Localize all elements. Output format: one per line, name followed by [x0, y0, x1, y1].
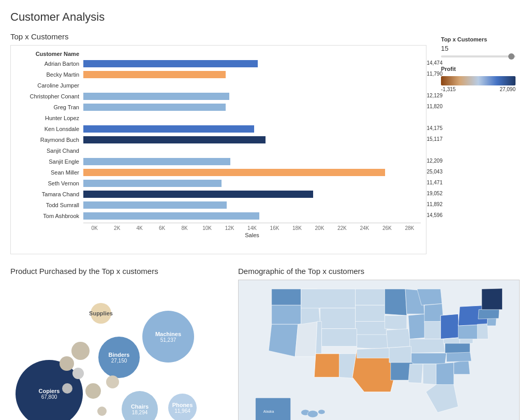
bar-row: Hunter Lopez	[16, 113, 421, 123]
bubble-label: Copiers	[39, 388, 60, 394]
profit-legend: -1,315 27,090	[441, 76, 516, 92]
bar-row: Greg Tran11,820	[16, 103, 421, 112]
svg-marker-8	[356, 305, 385, 321]
bar-track: 12,209	[83, 158, 421, 165]
svg-marker-27	[410, 339, 445, 353]
bar-value: 12,129	[426, 93, 443, 98]
bubble-value: 67,800	[41, 394, 57, 400]
svg-marker-1	[272, 289, 301, 305]
bar-fill: 12,209	[83, 158, 230, 165]
x-tick: 20K	[308, 225, 331, 231]
x-tick: 4K	[128, 225, 151, 231]
bar-value: 14,596	[426, 212, 443, 218]
bar-track: 19,052	[83, 191, 421, 198]
svg-marker-20	[386, 329, 411, 348]
bar-value: 14,175	[426, 125, 443, 131]
svg-marker-42	[477, 324, 488, 339]
x-tick: 14K	[241, 225, 263, 231]
bubble-decorative	[97, 407, 107, 416]
bubble-label: Chairs	[131, 403, 149, 410]
x-tick: 16K	[263, 225, 286, 231]
bar-label: Becky Martin	[16, 71, 83, 78]
svg-text:Alaska: Alaska	[263, 410, 274, 413]
svg-marker-7	[356, 289, 385, 305]
bubble-decorative	[60, 356, 74, 371]
bar-fill: 11,820	[83, 104, 226, 111]
svg-marker-9	[320, 308, 355, 329]
x-tick: 8K	[173, 225, 196, 231]
bar-fill: 12,129	[83, 93, 229, 100]
us-map: Alaska Mexico © OpenStreetMap contributo…	[239, 280, 519, 420]
bar-value: 12,209	[426, 158, 443, 164]
svg-marker-14	[314, 354, 341, 377]
svg-marker-10	[356, 322, 388, 336]
controls-panel: Top x Customers 15 Profit -1,315 27,090	[437, 32, 520, 254]
top-x-slider[interactable]	[441, 55, 516, 57]
bar-track: 11,790	[83, 71, 421, 78]
svg-marker-12	[357, 335, 389, 349]
bubble-copiers: Copiers67,800	[16, 360, 83, 420]
bar-label: Ken Lonsdale	[16, 126, 83, 132]
bar-track: 12,129	[83, 93, 421, 100]
svg-marker-43	[487, 318, 496, 326]
svg-marker-26	[440, 314, 460, 339]
bar-fill: 25,043	[83, 169, 385, 176]
bar-label: Sanjit Chand	[16, 148, 83, 154]
bar-row: Becky Martin11,790	[16, 70, 421, 79]
bar-label: Hunter Lopez	[16, 115, 83, 121]
svg-marker-32	[423, 364, 436, 385]
bar-fill: 14,175	[83, 125, 254, 133]
svg-marker-2	[272, 305, 301, 324]
svg-marker-45	[482, 288, 503, 310]
bar-label: Sanjit Engle	[16, 158, 83, 165]
bubble-decorative	[85, 383, 101, 399]
bar-track: 11,820	[83, 104, 421, 111]
x-tick: 12K	[218, 225, 241, 231]
svg-marker-19	[385, 315, 407, 330]
column-header: Customer Name	[16, 51, 83, 57]
bar-label: Tom Ashbrook	[16, 213, 83, 219]
bar-value: 14,474	[426, 60, 443, 66]
profit-label: Profit	[441, 66, 516, 72]
bar-fill: 19,052	[83, 191, 313, 198]
bar-fill: 14,474	[83, 60, 258, 67]
bar-fill: 11,790	[83, 71, 226, 78]
bar-label: Tamara Chand	[16, 191, 83, 197]
bar-row: Seth Vernon11,471	[16, 179, 421, 188]
svg-point-50	[318, 410, 325, 414]
bar-track: 25,043	[83, 169, 421, 176]
x-tick: 28K	[399, 225, 421, 231]
bubble-binders: Binders27,150	[98, 337, 140, 378]
bar-row: Adrian Barton14,474	[16, 59, 421, 68]
bar-fill: 11,892	[83, 201, 227, 209]
bar-track	[83, 147, 421, 154]
top-x-control-label: Top x Customers	[441, 36, 516, 42]
bubble-value: 51,237	[160, 337, 176, 343]
bar-value: 11,790	[426, 71, 443, 77]
svg-marker-29	[389, 346, 411, 364]
svg-marker-4	[295, 322, 317, 357]
bar-value: 19,052	[426, 191, 443, 196]
bar-value: 11,892	[426, 201, 443, 207]
bar-row: Raymond Buch15,117	[16, 135, 421, 144]
bar-value: 15,117	[426, 136, 443, 142]
bubble-phones: Phones11,964	[168, 394, 197, 420]
bar-fill: 14,596	[83, 212, 259, 220]
bar-track	[83, 82, 421, 89]
map-title: Demographic of the Top x customers	[238, 267, 520, 276]
bubble-decorative	[62, 383, 72, 394]
svg-marker-18	[385, 289, 407, 315]
bar-value: 11,471	[426, 180, 443, 185]
bar-label: Seth Vernon	[16, 180, 83, 186]
bar-row: Sanjit Engle12,209	[16, 157, 421, 166]
bubble-chart-title: Product Purchased by the Top x customers	[10, 267, 228, 276]
bar-fill: 11,471	[83, 180, 222, 187]
svg-marker-6	[301, 289, 356, 308]
bubble-decorative	[71, 342, 90, 360]
x-axis: 0K2K4K6K8K10K12K14K16K18K20K22K24K26K28K	[83, 223, 421, 231]
profit-gradient	[441, 76, 516, 85]
bubble-label: Phones	[172, 402, 193, 408]
bubble-decorative	[106, 375, 119, 388]
svg-marker-17	[357, 348, 390, 358]
bar-label: Raymond Buch	[16, 137, 83, 143]
